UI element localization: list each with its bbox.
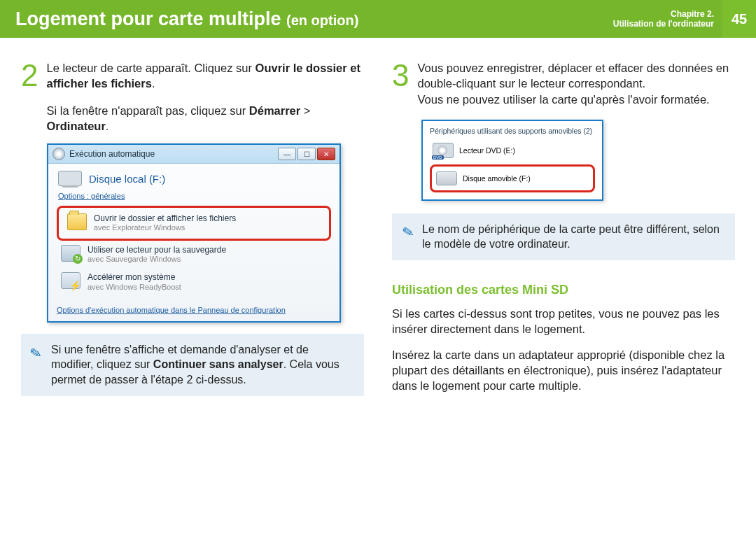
note-box-right: ✎ Le nom de périphérique de la carte peu… xyxy=(392,213,735,260)
highlight-open-folder: Ouvrir le dossier et afficher les fichie… xyxy=(57,206,331,241)
autoplay-titlebar: Exécution automatique — ☐ ✕ xyxy=(48,145,340,164)
step-3-number: 3 xyxy=(392,63,409,107)
drive-icon xyxy=(58,171,82,186)
chapter-line1: Chapitre 2. xyxy=(613,9,714,19)
note-icon: ✎ xyxy=(29,343,48,388)
step-2: 2 Le lecteur de carte apparaît. Cliquez … xyxy=(21,60,364,134)
note-icon: ✎ xyxy=(401,223,418,253)
chapter-label: Chapitre 2. Utilisation de l'ordinateur xyxy=(613,9,722,29)
step-2-text: Le lecteur de carte apparaît. Cliquez su… xyxy=(46,60,364,134)
dvd-drive-label: Lecteur DVD (E:) xyxy=(459,146,515,155)
autoplay-section-general: Options : générales xyxy=(48,190,340,202)
maximize-button[interactable]: ☐ xyxy=(298,148,316,160)
note-box-left: ✎ Si une fenêtre s'affiche et demande d'… xyxy=(21,334,364,396)
step-2-subtext: Si la fenêtre n'apparaît pas, cliquez su… xyxy=(46,103,364,134)
autoplay-item-backup[interactable]: Utiliser ce lecteur pour la sauvegarde a… xyxy=(55,241,332,269)
dvd-drive-icon: DVD xyxy=(433,143,454,158)
page-header: Logement pour carte multiple (en option)… xyxy=(0,0,756,38)
highlight-removable-drive: Disque amovible (F:) xyxy=(430,164,595,192)
page-title: Logement pour carte multiple (en option) xyxy=(15,8,358,30)
devwin-row-dvd[interactable]: DVD Lecteur DVD (E:) xyxy=(430,139,595,162)
paragraph-1: Si les cartes ci-dessus sont trop petite… xyxy=(392,306,735,337)
removable-drive-icon xyxy=(436,171,457,185)
note-text-left: Si une fenêtre s'affiche et demande d'an… xyxy=(51,342,353,388)
backup-icon xyxy=(61,245,80,262)
minimize-button[interactable]: — xyxy=(278,148,296,160)
autoplay-controlpanel-link[interactable]: Options d'exécution automatique dans le … xyxy=(48,302,340,321)
folder-icon xyxy=(67,213,87,230)
devwin-row-removable[interactable]: Disque amovible (F:) xyxy=(433,168,592,189)
subheading-mini-sd: Utilisation des cartes Mini SD xyxy=(392,283,735,297)
step-2-number: 2 xyxy=(21,63,38,134)
page-number: 45 xyxy=(722,0,756,38)
autoplay-option-list: Ouvrir le dossier et afficher les fichie… xyxy=(48,202,340,302)
chapter-line2: Utilisation de l'ordinateur xyxy=(613,19,714,29)
window-controls: — ☐ ✕ xyxy=(278,148,335,160)
left-column: 2 Le lecteur de carte apparaît. Cliquez … xyxy=(21,60,364,403)
autoplay-title: Exécution automatique xyxy=(69,149,274,159)
step-3: 3 Vous pouvez enregistrer, déplacer et e… xyxy=(392,60,735,107)
paragraph-2: Insérez la carte dans un adaptateur appr… xyxy=(392,347,735,394)
removable-drive-label: Disque amovible (F:) xyxy=(463,174,531,183)
autoplay-window: Exécution automatique — ☐ ✕ Disque local… xyxy=(47,143,341,323)
speed-icon xyxy=(61,272,80,289)
right-column: 3 Vous pouvez enregistrer, déplacer et e… xyxy=(392,60,735,403)
autoplay-icon xyxy=(52,148,65,160)
devwin-title: Périphériques utilisant des supports amo… xyxy=(430,127,595,135)
removable-devices-window: Périphériques utilisant des supports amo… xyxy=(421,120,603,201)
autoplay-item-readyboost[interactable]: Accélérer mon système avec Windows Ready… xyxy=(55,268,332,296)
content: 2 Le lecteur de carte apparaît. Cliquez … xyxy=(0,38,756,403)
drive-label: Disque local (F:) xyxy=(89,173,165,185)
note-text-right: Le nom de périphérique de la carte peut … xyxy=(422,222,724,252)
step-3-text: Vous pouvez enregistrer, déplacer et eff… xyxy=(417,60,735,107)
title-main: Logement pour carte multiple xyxy=(15,8,281,29)
header-right: Chapitre 2. Utilisation de l'ordinateur … xyxy=(613,0,756,38)
autoplay-item-open-folder[interactable]: Ouvrir le dossier et afficher les fichie… xyxy=(62,209,326,237)
close-button[interactable]: ✕ xyxy=(317,148,335,160)
title-option: (en option) xyxy=(286,13,358,28)
autoplay-drive-row: Disque local (F:) xyxy=(48,164,340,190)
